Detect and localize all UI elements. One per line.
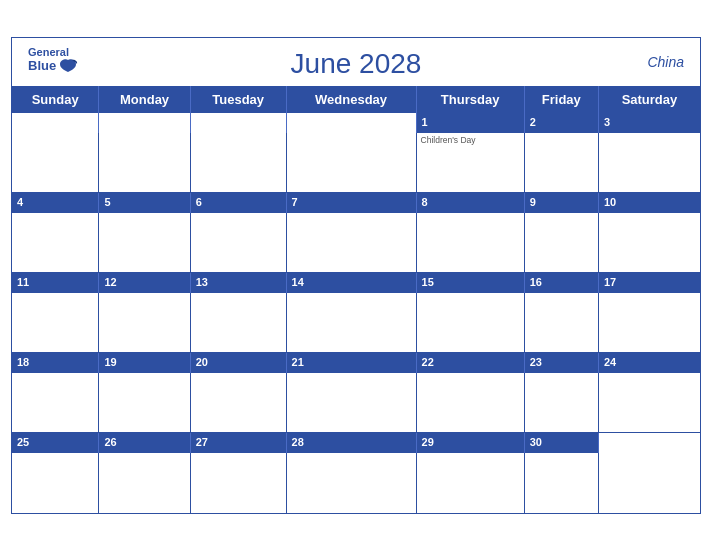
week-5-num-row: 252627282930 <box>12 433 700 453</box>
week-1-day-3-cell <box>190 133 286 193</box>
week-1-day-4-num <box>286 113 416 133</box>
week-1-day-1-cell <box>12 133 99 193</box>
country-label: China <box>647 54 684 70</box>
week-5-day-7-num <box>598 433 700 453</box>
week-4-day-1-num: 18 <box>12 353 99 373</box>
week-4-content-row <box>12 373 700 433</box>
week-1-day-7-num: 3 <box>598 113 700 133</box>
week-4-day-2-cell <box>99 373 190 433</box>
week-4-day-3-cell <box>190 373 286 433</box>
week-1-day-1-num <box>12 113 99 133</box>
week-2-day-4-num: 7 <box>286 193 416 213</box>
week-2-day-1-cell <box>12 213 99 273</box>
week-1-day-2-num <box>99 113 190 133</box>
week-3-day-6-cell <box>524 293 598 353</box>
day-header-tuesday: Tuesday <box>190 86 286 113</box>
week-5-day-2-num: 26 <box>99 433 190 453</box>
week-5-day-5-num: 29 <box>416 433 524 453</box>
week-5-day-1-cell <box>12 453 99 513</box>
day-header-saturday: Saturday <box>598 86 700 113</box>
logo-general-text: General <box>28 46 69 58</box>
week-5-day-2-cell <box>99 453 190 513</box>
week-2-day-6-cell <box>524 213 598 273</box>
week-5-day-3-num: 27 <box>190 433 286 453</box>
week-1-day-6-num: 2 <box>524 113 598 133</box>
week-1-day-2-cell <box>99 133 190 193</box>
week-5-day-3-cell <box>190 453 286 513</box>
holiday-label: Children's Day <box>421 135 476 145</box>
week-1-day-4-cell <box>286 133 416 193</box>
week-4-day-6-num: 23 <box>524 353 598 373</box>
week-3-day-7-cell <box>598 293 700 353</box>
week-5-day-7-cell <box>598 453 700 513</box>
week-5-content-row <box>12 453 700 513</box>
week-3-day-4-cell <box>286 293 416 353</box>
calendar-table: Sunday Monday Tuesday Wednesday Thursday… <box>12 86 700 513</box>
week-3-day-5-cell <box>416 293 524 353</box>
week-2-day-2-num: 5 <box>99 193 190 213</box>
week-4-num-row: 18192021222324 <box>12 353 700 373</box>
day-header-thursday: Thursday <box>416 86 524 113</box>
day-header-wednesday: Wednesday <box>286 86 416 113</box>
week-3-day-3-num: 13 <box>190 273 286 293</box>
week-3-day-7-num: 17 <box>598 273 700 293</box>
week-3-day-4-num: 14 <box>286 273 416 293</box>
week-1-day-3-num <box>190 113 286 133</box>
week-3-day-2-cell <box>99 293 190 353</box>
week-5-day-6-cell <box>524 453 598 513</box>
day-headers-row: Sunday Monday Tuesday Wednesday Thursday… <box>12 86 700 113</box>
week-2-day-2-cell <box>99 213 190 273</box>
week-1-num-row: 123 <box>12 113 700 133</box>
week-4-day-5-cell <box>416 373 524 433</box>
week-4-day-4-cell <box>286 373 416 433</box>
week-2-day-7-num: 10 <box>598 193 700 213</box>
logo-blue-text: Blue <box>28 59 56 73</box>
week-5-day-6-num: 30 <box>524 433 598 453</box>
week-2-num-row: 45678910 <box>12 193 700 213</box>
week-1-day-6-cell <box>524 133 598 193</box>
day-header-friday: Friday <box>524 86 598 113</box>
calendar-header: General Blue June 2028 China <box>12 38 700 86</box>
week-3-content-row <box>12 293 700 353</box>
week-4-day-6-cell <box>524 373 598 433</box>
week-4-day-7-cell <box>598 373 700 433</box>
week-1-day-7-cell <box>598 133 700 193</box>
week-3-num-row: 11121314151617 <box>12 273 700 293</box>
week-5-day-1-num: 25 <box>12 433 99 453</box>
logo-bird-icon <box>58 58 78 76</box>
week-2-day-6-num: 9 <box>524 193 598 213</box>
week-2-day-4-cell <box>286 213 416 273</box>
calendar-title: June 2028 <box>291 48 422 80</box>
week-3-day-3-cell <box>190 293 286 353</box>
week-2-day-7-cell <box>598 213 700 273</box>
week-5-day-5-cell <box>416 453 524 513</box>
week-2-day-3-cell <box>190 213 286 273</box>
week-3-day-6-num: 16 <box>524 273 598 293</box>
week-2-day-1-num: 4 <box>12 193 99 213</box>
week-1-content-row: Children's Day <box>12 133 700 193</box>
week-3-day-1-num: 11 <box>12 273 99 293</box>
week-4-day-4-num: 21 <box>286 353 416 373</box>
week-4-day-3-num: 20 <box>190 353 286 373</box>
week-2-day-5-cell <box>416 213 524 273</box>
week-3-day-5-num: 15 <box>416 273 524 293</box>
day-header-monday: Monday <box>99 86 190 113</box>
week-2-day-5-num: 8 <box>416 193 524 213</box>
week-2-content-row <box>12 213 700 273</box>
week-4-day-2-num: 19 <box>99 353 190 373</box>
week-4-day-7-num: 24 <box>598 353 700 373</box>
logo-area: General Blue <box>28 46 78 76</box>
week-5-day-4-cell <box>286 453 416 513</box>
week-2-day-3-num: 6 <box>190 193 286 213</box>
week-1-day-5-num: 1 <box>416 113 524 133</box>
calendar-container: General Blue June 2028 China Sunday Mond… <box>11 37 701 514</box>
week-3-day-1-cell <box>12 293 99 353</box>
week-4-day-1-cell <box>12 373 99 433</box>
week-5-day-4-num: 28 <box>286 433 416 453</box>
week-4-day-5-num: 22 <box>416 353 524 373</box>
day-header-sunday: Sunday <box>12 86 99 113</box>
week-1-day-5-cell: Children's Day <box>416 133 524 193</box>
week-3-day-2-num: 12 <box>99 273 190 293</box>
